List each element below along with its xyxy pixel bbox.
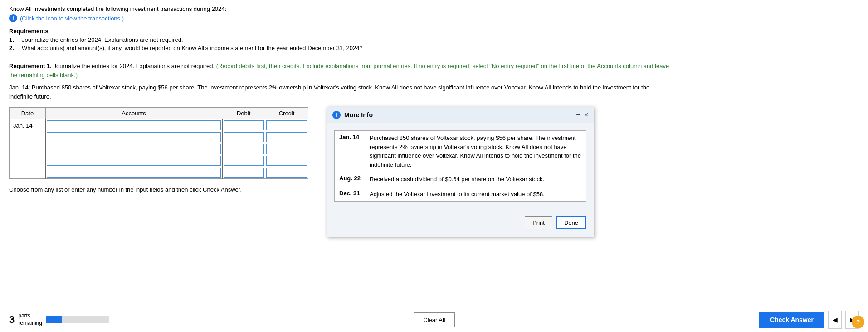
requirements-list: 1. Journalize the entries for 2024. Expl… bbox=[9, 36, 671, 51]
transaction-info-table: Jan. 14 Purchased 850 shares of Voltexar… bbox=[334, 130, 586, 202]
credit-input-3[interactable] bbox=[266, 144, 307, 154]
bottom-right: Check Answer ◀ ▶ bbox=[759, 311, 859, 329]
clear-all-button[interactable]: Clear All bbox=[414, 312, 454, 327]
date-cell-jan14: Jan. 14 bbox=[10, 119, 46, 179]
req-text-2: What account(s) and amount(s), if any, w… bbox=[22, 45, 363, 51]
parts-label: parts remaining bbox=[18, 312, 42, 327]
accounts-inputs bbox=[47, 120, 220, 178]
info-icon[interactable]: i bbox=[9, 14, 17, 22]
credit-cell bbox=[265, 119, 308, 179]
modal-close-button[interactable]: × bbox=[584, 111, 588, 119]
debit-input-1[interactable] bbox=[224, 120, 264, 130]
requirement1-header: Requirement 1. Journalize the entries fo… bbox=[9, 62, 671, 79]
credit-input-5[interactable] bbox=[266, 168, 307, 178]
transaction-row-jan14: Jan. 14 Purchased 850 shares of Voltexar… bbox=[335, 131, 586, 172]
credit-input-2[interactable] bbox=[266, 132, 307, 142]
modal-header-left: i More Info bbox=[332, 111, 373, 119]
req1-main-text: Journalize the entries for 2024. Explana… bbox=[54, 63, 215, 69]
bottom-center: Clear All bbox=[414, 312, 454, 327]
trans-desc-jan14: Purchased 850 shares of Voltexar stock, … bbox=[365, 131, 586, 172]
intro-text: Know All Investments completed the follo… bbox=[9, 5, 671, 12]
progress-bar-container bbox=[46, 316, 109, 323]
requirements-title: Requirements bbox=[9, 28, 671, 35]
bottom-bar: 3 parts remaining Clear All Check Answer… bbox=[0, 307, 868, 332]
modal-footer: Print Done bbox=[327, 216, 594, 237]
account-input-3[interactable] bbox=[47, 144, 220, 154]
accounts-cell bbox=[45, 119, 222, 179]
help-button[interactable]: ? bbox=[852, 316, 864, 328]
done-button[interactable]: Done bbox=[556, 216, 586, 229]
requirement-2: 2. What account(s) and amount(s), if any… bbox=[9, 45, 671, 51]
account-input-4[interactable] bbox=[47, 156, 220, 166]
debit-input-5[interactable] bbox=[224, 168, 264, 178]
account-input-2[interactable] bbox=[47, 132, 220, 142]
credit-input-4[interactable] bbox=[266, 156, 307, 166]
modal-body: Jan. 14 Purchased 850 shares of Voltexar… bbox=[327, 123, 594, 216]
req-num-2: 2. bbox=[9, 45, 16, 51]
trans-date-dec31: Dec. 31 bbox=[335, 187, 365, 202]
req-num-1: 1. bbox=[9, 36, 16, 43]
debit-inputs bbox=[224, 120, 264, 178]
table-row: Jan. 14 bbox=[10, 119, 308, 179]
print-button[interactable]: Print bbox=[525, 216, 552, 229]
req-text-1: Journalize the entries for 2024. Explana… bbox=[22, 36, 183, 43]
debit-input-3[interactable] bbox=[224, 144, 264, 154]
col-header-debit: Debit bbox=[222, 108, 265, 119]
more-info-modal: i More Info − × Jan. 14 Purchased 850 sh… bbox=[327, 107, 594, 237]
check-answer-button[interactable]: Check Answer bbox=[759, 312, 824, 328]
debit-cell bbox=[222, 119, 265, 179]
transaction-description: Jan. 14: Purchased 850 shares of Voltexa… bbox=[9, 83, 671, 101]
trans-date-aug22: Aug. 22 bbox=[335, 172, 365, 187]
debit-input-4[interactable] bbox=[224, 156, 264, 166]
modal-title: More Info bbox=[344, 111, 373, 119]
col-header-credit: Credit bbox=[265, 108, 308, 119]
account-input-1[interactable] bbox=[47, 120, 220, 130]
col-header-accounts: Accounts bbox=[45, 108, 222, 119]
trans-date-jan14: Jan. 14 bbox=[335, 131, 365, 172]
parts-number: 3 bbox=[9, 314, 15, 326]
transaction-row-aug22: Aug. 22 Received a cash dividend of $0.6… bbox=[335, 172, 586, 187]
prev-arrow-button[interactable]: ◀ bbox=[828, 311, 842, 329]
modal-info-icon: i bbox=[332, 111, 341, 119]
info-link-text[interactable]: (Click the icon to view the transactions… bbox=[20, 15, 124, 22]
journal-table: Date Accounts Debit Credit Jan. 14 bbox=[9, 107, 308, 179]
progress-bar-fill bbox=[46, 316, 62, 323]
trans-desc-dec31: Adjusted the Voltexar investment to its … bbox=[365, 187, 586, 202]
credit-inputs bbox=[266, 120, 307, 178]
transaction-row-dec31: Dec. 31 Adjusted the Voltexar investment… bbox=[335, 187, 586, 202]
modal-minimize-button[interactable]: − bbox=[576, 111, 580, 119]
divider bbox=[9, 57, 671, 57]
requirements-section: Requirements 1. Journalize the entries f… bbox=[9, 28, 671, 51]
debit-input-2[interactable] bbox=[224, 132, 264, 142]
modal-controls: − × bbox=[576, 111, 588, 119]
requirement-1: 1. Journalize the entries for 2024. Expl… bbox=[9, 36, 671, 43]
req1-label: Requirement 1. bbox=[9, 63, 52, 69]
parts-remaining: 3 parts remaining bbox=[9, 312, 109, 327]
account-input-5[interactable] bbox=[47, 168, 220, 178]
credit-input-1[interactable] bbox=[266, 120, 307, 130]
modal-header: i More Info − × bbox=[327, 107, 594, 123]
trans-desc-aug22: Received a cash dividend of $0.64 per sh… bbox=[365, 172, 586, 187]
col-header-date: Date bbox=[10, 108, 46, 119]
